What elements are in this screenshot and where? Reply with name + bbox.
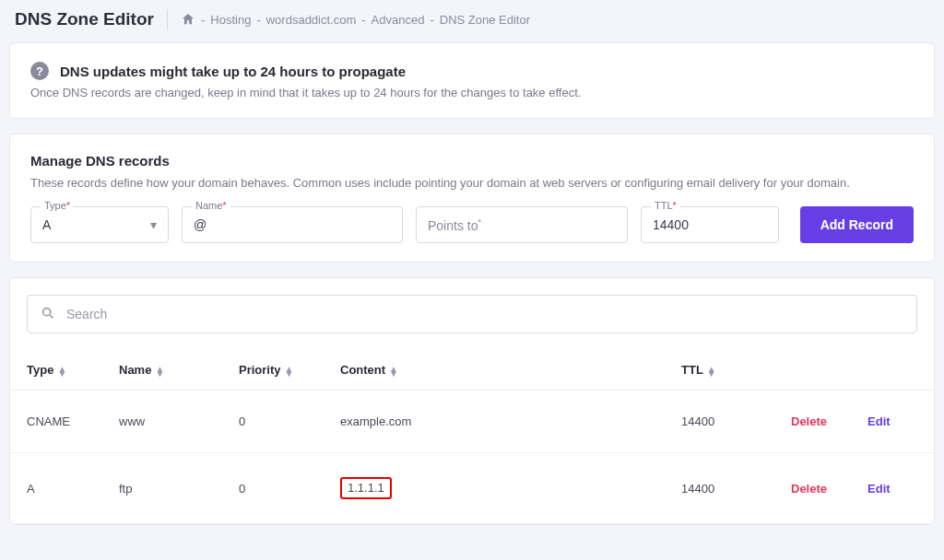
breadcrumb-sep: - — [430, 13, 433, 27]
cell-ttl: 14400 — [681, 482, 787, 496]
breadcrumb-sep: - — [361, 13, 365, 27]
cell-priority: 0 — [239, 414, 340, 428]
sort-icon: ▲▼ — [57, 367, 66, 376]
breadcrumb: - Hosting - wordsaddict.com - Advanced -… — [181, 12, 530, 27]
cell-name: ftp — [119, 482, 239, 496]
cell-ttl: 14400 — [681, 414, 787, 428]
header-ttl[interactable]: TTL▲▼ — [681, 363, 787, 377]
search-box[interactable] — [27, 295, 917, 333]
breadcrumb-item-hosting[interactable]: Hosting — [210, 13, 251, 27]
ttl-input[interactable]: TTL* 14400 — [641, 206, 779, 243]
manage-title: Manage DNS records — [30, 153, 914, 169]
notice-title: DNS updates might take up to 24 hours to… — [60, 64, 406, 79]
search-input[interactable] — [66, 307, 903, 321]
breadcrumb-item-current: DNS Zone Editor — [440, 13, 530, 27]
name-value: @ — [194, 217, 391, 232]
add-record-form: Type* A ▾ Name* @ Points to* TTL* 14400 … — [30, 206, 914, 243]
breadcrumb-item-advanced[interactable]: Advanced — [372, 13, 425, 27]
edit-button[interactable]: Edit — [867, 414, 891, 428]
search-icon — [41, 306, 55, 323]
delete-button[interactable]: Delete — [791, 482, 827, 496]
records-table-card: Type▲▼ Name▲▼ Priority▲▼ Content▲▼ TTL▲▼… — [9, 277, 935, 525]
cell-type: CNAME — [27, 414, 119, 428]
svg-point-0 — [43, 308, 51, 315]
breadcrumb-item-domain[interactable]: wordsaddict.com — [266, 13, 357, 27]
points-to-input[interactable]: Points to* — [416, 206, 628, 243]
cell-content: example.com — [340, 414, 681, 428]
header-content[interactable]: Content▲▼ — [340, 363, 681, 377]
type-value: A — [42, 217, 150, 232]
type-select[interactable]: Type* A ▾ — [30, 206, 169, 243]
table-row: A ftp 0 1.1.1.1 14400 Delete Edit — [10, 453, 934, 524]
breadcrumb-sep: - — [256, 13, 260, 27]
chevron-down-icon: ▾ — [150, 217, 157, 232]
sort-icon: ▲▼ — [707, 367, 716, 376]
cell-type: A — [27, 482, 119, 496]
manage-desc: These records define how your domain beh… — [30, 176, 914, 190]
sort-icon: ▲▼ — [155, 367, 164, 376]
highlighted-content: 1.1.1.1 — [340, 477, 392, 499]
header-priority[interactable]: Priority▲▼ — [239, 363, 340, 377]
delete-button[interactable]: Delete — [791, 414, 827, 428]
breadcrumb-sep: - — [201, 13, 205, 27]
sort-icon: ▲▼ — [389, 367, 398, 376]
help-icon: ? — [30, 62, 49, 80]
edit-button[interactable]: Edit — [867, 482, 891, 496]
svg-line-1 — [50, 315, 53, 318]
add-record-button[interactable]: Add Record — [800, 206, 914, 243]
header-type[interactable]: Type▲▼ — [27, 363, 119, 377]
cell-content: 1.1.1.1 — [340, 477, 681, 499]
ttl-value: 14400 — [653, 217, 767, 232]
page-title: DNS Zone Editor — [15, 9, 168, 29]
sort-icon: ▲▼ — [285, 367, 294, 376]
notice-card: ? DNS updates might take up to 24 hours … — [9, 42, 935, 119]
home-icon[interactable] — [181, 12, 195, 27]
manage-card: Manage DNS records These records define … — [9, 134, 935, 262]
cell-priority: 0 — [239, 482, 340, 496]
table-row: CNAME www 0 example.com 14400 Delete Edi… — [10, 391, 934, 453]
points-to-placeholder: Points to* — [428, 217, 616, 233]
header-name[interactable]: Name▲▼ — [119, 363, 239, 377]
table-header: Type▲▼ Name▲▼ Priority▲▼ Content▲▼ TTL▲▼ — [10, 350, 934, 391]
cell-name: www — [119, 414, 239, 428]
notice-body: Once DNS records are changed, keep in mi… — [30, 86, 914, 99]
name-input[interactable]: Name* @ — [182, 206, 403, 243]
